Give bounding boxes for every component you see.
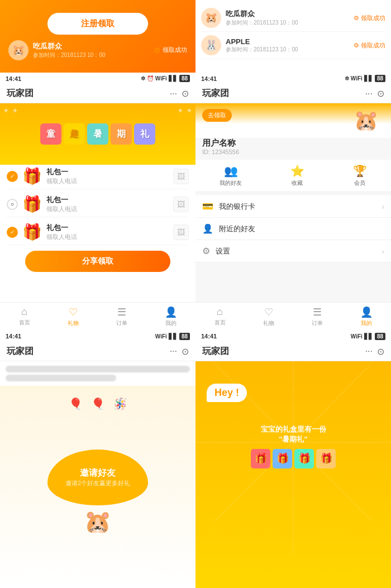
profile-info: 用户名称 ID: 12345556 [196, 138, 391, 160]
nav-order-label: 订单 [116, 319, 127, 327]
wifi-icon: WiFi [155, 75, 167, 82]
user-list: 🐹 吃瓜群众 参加时间：20181123 10：00 ⚙ 领取成功 🐰 APPL… [196, 0, 391, 64]
time-display: 14:41 [6, 75, 21, 82]
hey-subtitle-line2: "暑期礼" [196, 434, 391, 444]
stat-member[interactable]: 🏆 会员 [353, 164, 367, 187]
battery-indicator: 88 [179, 75, 190, 82]
nav-order[interactable]: ☰ 订单 [312, 306, 323, 327]
nav-mine[interactable]: 👤 我的 [360, 306, 373, 327]
list-item: 🐰 APPLE 参加时间：20181123 10：00 ⚙ 领取成功 [201, 32, 385, 59]
menu-dots-icon[interactable]: ··· [170, 346, 177, 356]
signal-icon: ▋▋ [364, 333, 373, 340]
gift-name: 礼包一 [46, 195, 169, 205]
status-label: 领取成功 [361, 14, 385, 22]
gift-phone: 领取人电话 [46, 233, 169, 241]
block-5: 礼 [134, 123, 155, 145]
bluetooth-icon: ✲ [345, 75, 349, 82]
balloon-icon: 🎈 [91, 397, 105, 410]
battery-indicator: 88 [375, 333, 385, 340]
gift-item-2: ○ 🎁 礼包一 领取人电话 🖼 [7, 192, 189, 217]
panel-invite: 14:41 WiFi ▋▋ 88 玩家团 ··· ⊙ 🎈 [0, 331, 196, 589]
header-icons: ··· ⊙ [365, 88, 384, 99]
app-header: 玩家团 ··· ⊙ [196, 342, 391, 361]
app-header: 玩家团 ··· ⊙ [196, 84, 391, 103]
register-button[interactable]: 注册领取 [47, 13, 148, 35]
checkbox-2[interactable]: ○ [7, 199, 18, 210]
username-label: 吃瓜群众 [33, 41, 149, 51]
avatar: 🐹 [8, 40, 28, 60]
menu-bankcard[interactable]: 💳 我的银行卡 › [196, 195, 391, 218]
gift-detail: 礼包一 领取人电话 [46, 223, 169, 241]
profile-menu: 💳 我的银行卡 › 👤 附近的好友 ⚙ 设置 › [196, 195, 391, 262]
menu-nearby[interactable]: 👤 附近的好友 [196, 218, 391, 240]
user-time: 参加时间：20181123 10：00 [226, 46, 298, 54]
menu-settings[interactable]: ⚙ 设置 › [196, 240, 391, 262]
scan-icon[interactable]: ⊙ [377, 346, 384, 357]
gear-icon: ⚙ [354, 15, 359, 22]
order-icon: ☰ [117, 306, 126, 318]
profile-name: 用户名称 [202, 138, 384, 149]
panel-profile: 14:41 ✲ WiFi ▋▋ 88 玩家团 ··· ⊙ 去领取 🐹 [196, 73, 391, 331]
status-bar: 14:41 WiFi ▋▋ 88 [0, 331, 196, 342]
header-icons: ··· ⊙ [170, 346, 189, 357]
share-button[interactable]: 分享领取 [25, 251, 171, 272]
menu-dots-icon[interactable]: ··· [365, 346, 373, 356]
gift-detail: 礼包一 领取人电话 [46, 195, 169, 213]
time-display: 14:41 [201, 333, 217, 340]
nav-gift-label: 礼物 [263, 319, 274, 327]
checkbox-1[interactable]: ✓ [7, 171, 18, 182]
gear-icon: ⚙ [354, 42, 359, 49]
menu-dots-icon[interactable]: ··· [170, 89, 177, 99]
app-title: 玩家团 [7, 346, 34, 357]
spacer [196, 408, 391, 424]
wifi-icon: WiFi [155, 333, 167, 340]
block-3: 暑 [87, 123, 108, 145]
stat-friends[interactable]: 👥 我的好友 [220, 164, 242, 187]
gear-icon: ⚙ [154, 46, 161, 55]
nearby-icon: 👤 [202, 223, 213, 234]
home-icon: ⌂ [217, 306, 223, 318]
bluetooth-icon: ✲ [141, 75, 145, 82]
system-icons: WiFi ▋▋ 88 [351, 333, 385, 340]
success-tag: ⚙ 领取成功 [354, 14, 385, 22]
nav-gift[interactable]: ♡ 礼物 [263, 306, 274, 327]
claim-button[interactable]: 去领取 [202, 109, 232, 122]
gift-box-red: 🎁 [251, 449, 270, 469]
sparkle-icon: ✦ ✦ [177, 106, 193, 115]
nav-home[interactable]: ⌂ 首页 [214, 306, 226, 327]
nav-home[interactable]: ⌂ 首页 [19, 306, 30, 327]
header-icons: ··· ⊙ [170, 88, 189, 99]
balloon-icon: 🎈 [69, 397, 83, 410]
gift-box-green: 🎁 [294, 449, 314, 469]
app-header: 玩家团 ··· ⊙ [0, 84, 196, 103]
signal-icon: ▋▋ [169, 75, 178, 82]
app-title: 玩家团 [202, 346, 229, 357]
success-tag: ⚙ 领取成功 [354, 41, 385, 50]
checkbox-3[interactable]: ✓ [7, 227, 18, 238]
gift-name: 礼包一 [46, 223, 169, 233]
invite-blob: 邀请好友 邀请2个好友赢更多好礼 [47, 450, 148, 505]
stat-favorites[interactable]: ⭐ 收藏 [290, 164, 304, 187]
hey-subtitle-line1: 宝宝的礼盒里有一份 [196, 424, 391, 434]
nav-order[interactable]: ☰ 订单 [116, 306, 127, 327]
menu-text: 设置 [216, 246, 376, 256]
scan-icon[interactable]: ⊙ [182, 346, 189, 357]
panel-gift: 14:41 ✲ ⏰ WiFi ▋▋ 88 玩家团 ··· ⊙ ✦ ✦ ✦ ✦ [0, 73, 196, 331]
nav-mine[interactable]: 👤 我的 [165, 306, 177, 327]
gift-phone: 领取人电话 [46, 177, 169, 185]
nav-gift[interactable]: ♡ 礼物 [68, 306, 79, 327]
confetti-area: 🎈 🎈 🪅 [0, 397, 196, 410]
nav-order-label: 订单 [312, 319, 323, 327]
scan-icon[interactable]: ⊙ [377, 88, 384, 99]
gift-nav-icon: ♡ [69, 306, 78, 318]
gift-img: 🖼 [173, 197, 189, 212]
time-display: 14:41 [6, 333, 21, 340]
user-details: 吃瓜群众 参加时间：20181123 10：00 [33, 41, 149, 59]
invite-title: 邀请好友 [80, 467, 116, 479]
profile-id: ID: 12345556 [202, 149, 384, 155]
menu-dots-icon[interactable]: ··· [365, 89, 373, 99]
wifi-icon: WiFi [351, 75, 363, 82]
clock-icon: ⏰ [147, 75, 154, 82]
time-display: 14:41 [201, 75, 217, 82]
scan-icon[interactable]: ⊙ [182, 88, 189, 99]
